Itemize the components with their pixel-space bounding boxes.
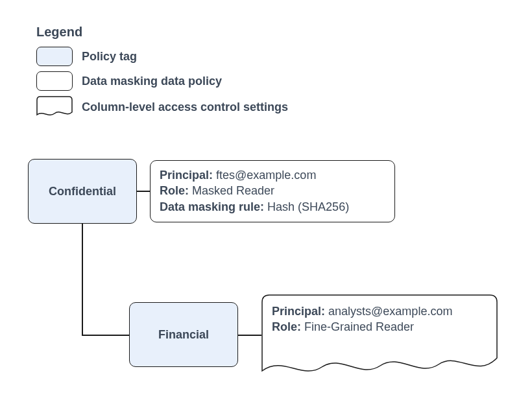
legend-row-policy-tag: Policy tag — [36, 47, 137, 66]
field-label: Principal: — [160, 169, 213, 182]
policy-role: Role: Masked Reader — [160, 183, 385, 198]
clac-settings-financial: Principal: analysts@example.com Role: Fi… — [261, 294, 498, 380]
legend-title: Legend — [36, 25, 82, 40]
connector-line — [82, 224, 83, 335]
connector-line — [137, 191, 150, 192]
policy-principal: Principal: ftes@example.com — [160, 167, 385, 183]
field-label: Role: — [160, 184, 189, 197]
connector-line — [238, 335, 261, 336]
field-value: Hash (SHA256) — [267, 200, 349, 213]
connector-line — [82, 335, 129, 336]
policy-principal: Principal: analysts@example.com — [272, 303, 452, 319]
field-label: Data masking rule: — [160, 200, 264, 213]
legend-row-data-masking-policy: Data masking data policy — [36, 71, 222, 91]
field-value: Fine-Grained Reader — [304, 320, 414, 333]
diagram-canvas: Legend Policy tag Data masking data poli… — [0, 0, 532, 415]
legend-label: Column-level access control settings — [82, 101, 288, 114]
policy-tag-swatch-icon — [36, 47, 73, 66]
policy-role: Role: Fine-Grained Reader — [272, 319, 452, 335]
field-label: Role: — [272, 320, 301, 333]
clac-content: Principal: analysts@example.com Role: Fi… — [261, 294, 463, 344]
node-label: Financial — [158, 328, 209, 342]
clac-swatch-icon — [36, 96, 73, 118]
policy-rule: Data masking rule: Hash (SHA256) — [160, 199, 385, 215]
data-masking-swatch-icon — [36, 71, 73, 91]
legend-row-clac-settings: Column-level access control settings — [36, 96, 288, 118]
field-label: Principal: — [272, 305, 325, 318]
legend-label: Data masking data policy — [82, 75, 222, 88]
node-label: Confidential — [49, 185, 116, 198]
field-value: Masked Reader — [192, 184, 274, 197]
policy-tag-confidential: Confidential — [28, 159, 137, 224]
data-masking-policy-confidential: Principal: ftes@example.com Role: Masked… — [150, 160, 395, 222]
field-value: ftes@example.com — [216, 169, 316, 182]
policy-tag-financial: Financial — [129, 302, 238, 367]
legend-label: Policy tag — [82, 50, 137, 64]
field-value: analysts@example.com — [328, 305, 452, 318]
